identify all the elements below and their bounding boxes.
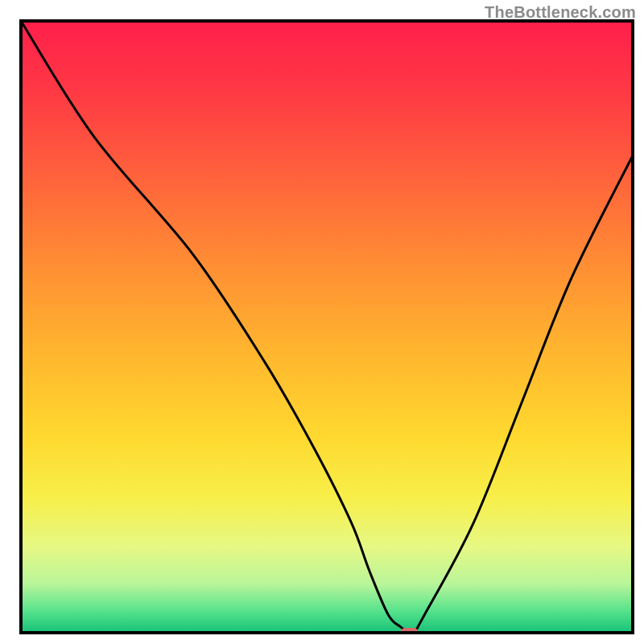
watermark-text: TheBottleneck.com: [485, 3, 636, 22]
chart-container: TheBottleneck.com: [0, 0, 644, 644]
bottleneck-chart: [0, 0, 644, 644]
gradient-background: [21, 21, 633, 633]
